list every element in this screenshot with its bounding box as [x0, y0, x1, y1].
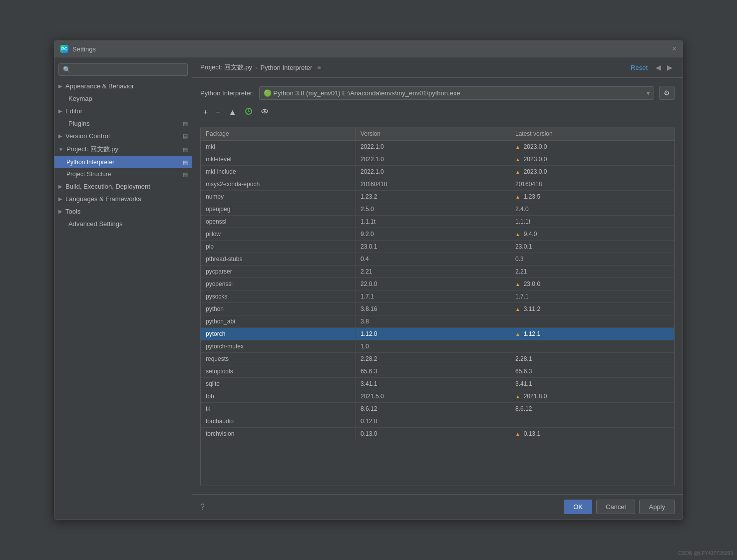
cell-version: 0.13.0	[356, 428, 510, 440]
cell-package: torchvision	[201, 428, 356, 440]
breadcrumb-separator: ›	[255, 64, 257, 71]
cell-latest: ▲ 23.0.0	[510, 278, 674, 290]
cell-version: 3.41.1	[356, 378, 510, 390]
cell-latest: 1.7.1	[510, 290, 674, 302]
sidebar-item-label: Project: 回文数.py	[66, 145, 118, 154]
table-header: Package Version Latest version	[201, 127, 674, 141]
table-row[interactable]: pip23.0.123.0.1	[201, 241, 674, 253]
table-body[interactable]: mkl2022.1.0▲ 2023.0.0mkl-devel2022.1.0▲ …	[201, 141, 674, 486]
cell-version: 2022.1.0	[356, 141, 510, 153]
cell-latest: 65.6.3	[510, 365, 674, 377]
sidebar-item-keymap[interactable]: Keymap	[54, 92, 192, 105]
cell-version: 1.23.2	[356, 191, 510, 203]
cell-latest: ▲ 2023.0.0	[510, 153, 674, 165]
interpreter-row: Python Interpreter: 🟢 Python 3.8 (my_env…	[200, 86, 675, 100]
table-row[interactable]: pillow9.2.0▲ 9.4.0	[201, 228, 674, 241]
eye-button[interactable]	[258, 106, 272, 119]
table-row[interactable]: openssl1.1.1t1.1.1t	[201, 216, 674, 228]
package-toolbar: + − ▲	[200, 106, 675, 119]
sidebar-item-project[interactable]: ▼ Project: 回文数.py ▤	[54, 142, 192, 156]
sidebar-item-advanced-settings[interactable]: Advanced Settings	[54, 218, 192, 230]
table-row[interactable]: tbb2021.5.0▲ 2021.8.0	[201, 390, 674, 403]
cell-latest: ▲ 9.4.0	[510, 228, 674, 240]
interpreter-label: Python Interpreter:	[200, 89, 254, 97]
cell-version: 65.6.3	[356, 365, 510, 377]
table-row[interactable]: mkl2022.1.0▲ 2023.0.0	[201, 141, 674, 153]
table-row[interactable]: mkl-include2022.1.0▲ 2023.0.0	[201, 166, 674, 178]
upgrade-arrow-icon: ▲	[515, 431, 522, 437]
ok-button[interactable]: OK	[564, 500, 592, 514]
cell-package: numpy	[201, 191, 356, 203]
table-row[interactable]: msys2-conda-epoch2016041820160418	[201, 178, 674, 191]
cell-version: 8.6.12	[356, 403, 510, 415]
cell-package: mkl-include	[201, 166, 356, 178]
cell-package: mkl	[201, 141, 356, 153]
help-button[interactable]: ?	[200, 503, 205, 512]
table-row[interactable]: python_abi3.8	[201, 315, 674, 328]
cancel-button[interactable]: Cancel	[596, 500, 635, 514]
table-row[interactable]: pytorch1.12.0▲ 1.12.1	[201, 328, 674, 340]
interpreter-select[interactable]: 🟢 Python 3.8 (my_env01) E:\Anaconda\envs…	[259, 86, 654, 100]
cell-latest: 20160418	[510, 178, 674, 190]
cell-latest: 2.4.0	[510, 203, 674, 215]
sidebar-item-tools[interactable]: ▶ Tools	[54, 205, 192, 218]
cell-latest: ▲ 2023.0.0	[510, 166, 674, 178]
close-button[interactable]: ×	[672, 45, 677, 53]
sidebar-item-languages-frameworks[interactable]: ▶ Languages & Frameworks	[54, 193, 192, 205]
cell-latest: 0.3	[510, 253, 674, 265]
cell-version: 2022.1.0	[356, 166, 510, 178]
apply-button[interactable]: Apply	[639, 500, 675, 514]
table-row[interactable]: pysocks1.7.11.7.1	[201, 290, 674, 303]
sidebar-item-appearance[interactable]: ▶ Appearance & Behavior	[54, 80, 192, 92]
svg-point-2	[264, 110, 266, 112]
col-package: Package	[201, 127, 356, 140]
cell-package: pytorch	[201, 328, 356, 340]
gear-button[interactable]: ⚙	[659, 86, 675, 100]
table-row[interactable]: requests2.28.22.28.1	[201, 353, 674, 365]
cell-version: 2022.1.0	[356, 153, 510, 165]
cell-version: 0.4	[356, 253, 510, 265]
col-version: Version	[356, 127, 510, 140]
sidebar-item-version-control[interactable]: ▶ Version Control ▤	[54, 130, 192, 142]
nav-back-button[interactable]: ◀	[654, 62, 663, 72]
reset-button[interactable]: Reset	[627, 62, 652, 72]
chevron-right-icon: ▶	[58, 108, 62, 114]
cell-package: setuptools	[201, 365, 356, 377]
add-package-button[interactable]: +	[200, 106, 211, 118]
cell-latest	[510, 415, 674, 427]
table-row[interactable]: torchaudio0.12.0	[201, 415, 674, 428]
sidebar-item-build-execution[interactable]: ▶ Build, Execution, Deployment	[54, 180, 192, 193]
search-input[interactable]	[74, 66, 183, 73]
window-title: Settings	[72, 45, 96, 53]
settings-panel: Python Interpreter: 🟢 Python 3.8 (my_env…	[192, 78, 683, 494]
sidebar-item-project-structure[interactable]: Project Structure ▤	[54, 168, 192, 180]
search-box[interactable]: 🔍	[58, 63, 188, 76]
remove-package-button[interactable]: −	[213, 106, 223, 118]
sidebar-item-editor[interactable]: ▶ Editor	[54, 105, 192, 117]
table-row[interactable]: torchvision0.13.0▲ 0.13.1	[201, 428, 674, 440]
table-row[interactable]: pytorch-mutex1.0	[201, 340, 674, 353]
table-row[interactable]: python3.8.16▲ 3.11.2	[201, 303, 674, 315]
title-bar: PC Settings ×	[54, 41, 683, 57]
cell-package: python	[201, 303, 356, 315]
sidebar-item-label: Build, Execution, Deployment	[65, 183, 150, 190]
cell-package: pillow	[201, 228, 356, 240]
table-row[interactable]: pthread-stubs0.40.3	[201, 253, 674, 266]
table-row[interactable]: pycparser2.212.21	[201, 266, 674, 278]
table-row[interactable]: openjpeg2.5.02.4.0	[201, 203, 674, 216]
plugin-settings-icon: ▤	[183, 120, 188, 127]
upgrade-arrow-icon: ▲	[515, 157, 522, 162]
upgrade-package-button[interactable]: ▲	[226, 106, 240, 118]
table-row[interactable]: tk8.6.128.6.12	[201, 403, 674, 415]
nav-forward-button[interactable]: ▶	[665, 62, 675, 72]
reload-button[interactable]	[242, 106, 256, 119]
breadcrumb-current: Python Interpreter	[260, 64, 312, 71]
table-row[interactable]: mkl-devel2022.1.0▲ 2023.0.0	[201, 153, 674, 166]
table-row[interactable]: setuptools65.6.365.6.3	[201, 365, 674, 378]
table-row[interactable]: numpy1.23.2▲ 1.23.5	[201, 191, 674, 203]
sidebar-item-python-interpreter[interactable]: Python Interpreter ▤	[54, 156, 192, 168]
table-row[interactable]: sqlite3.41.13.41.1	[201, 378, 674, 390]
cell-package: pysocks	[201, 290, 356, 302]
table-row[interactable]: pyopenssl22.0.0▲ 23.0.0	[201, 278, 674, 290]
sidebar-item-plugins[interactable]: Plugins ▤	[54, 117, 192, 130]
